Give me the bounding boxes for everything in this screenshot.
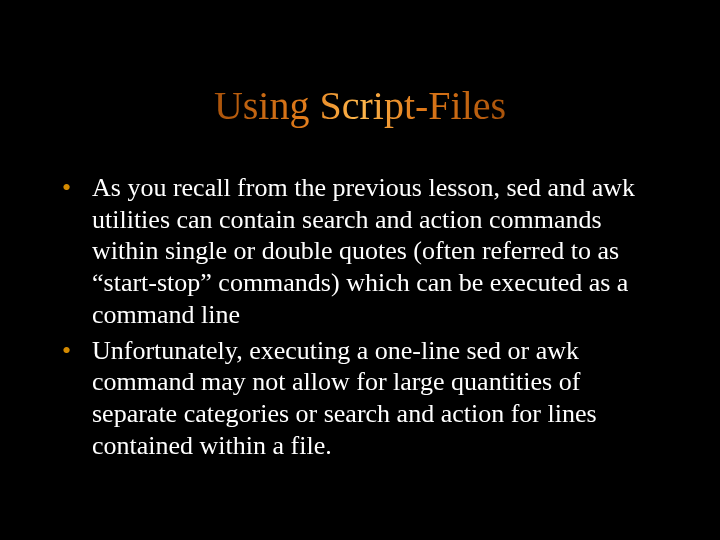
- bullet-item: • Unfortunately, executing a one-line se…: [62, 335, 668, 462]
- bullet-text: As you recall from the previous lesson, …: [92, 172, 668, 331]
- bullet-text: Unfortunately, executing a one-line sed …: [92, 335, 668, 462]
- slide-title: Using Script-Files: [0, 82, 720, 129]
- bullet-item: • As you recall from the previous lesson…: [62, 172, 668, 331]
- bullet-icon: •: [62, 172, 92, 204]
- slide-body: • As you recall from the previous lesson…: [62, 172, 668, 465]
- slide: Using Script-Files • As you recall from …: [0, 0, 720, 540]
- bullet-icon: •: [62, 335, 92, 367]
